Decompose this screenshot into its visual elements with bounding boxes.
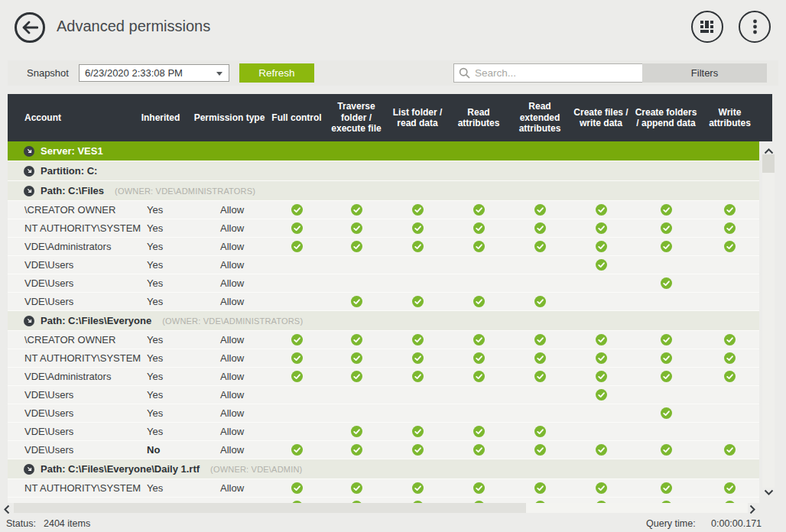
table-row[interactable]: NT AUTHORITY\SYSTEMYesAllow [8,349,759,368]
check-circle-icon [534,371,546,382]
check-circle-icon [351,296,362,307]
cell-list-folder-read-data [387,371,448,382]
arrow-down-right-icon[interactable] [24,166,34,177]
group-row-path[interactable]: Path: C:\Files(OWNER: VDE\ADMINISTRATORS… [8,181,759,201]
cell-inherited: Yes [130,426,191,437]
check-circle-icon [724,334,736,345]
vertical-scrollbar[interactable] [759,142,779,503]
cell-create-files-write-data [570,334,632,345]
cell-permission-type: Allow [191,389,268,401]
group-row-partition[interactable]: Partition: C: [8,161,759,181]
check-circle-icon [351,426,362,437]
column-header-write-attributes[interactable]: Write attributes [700,94,759,141]
grid-report-icon [700,21,714,34]
cell-permission-type: Allow [191,296,268,307]
table-row[interactable]: VDE\AdministratorsYesAllow [8,368,759,386]
check-circle-icon [473,352,485,364]
cell-permission-type: Allow [191,222,268,234]
cell-read-attributes [448,241,509,252]
cell-write-attributes [700,241,759,252]
cell-create-folders-append-data [632,407,700,419]
check-circle-icon [534,352,546,364]
group-row-path[interactable]: Path: C:\Files\Everyone(OWNER: VDE\ADMIN… [8,311,759,331]
cell-read-attributes [448,482,509,494]
cell-account: VDE\Administrators [8,241,130,252]
snapshot-label: Snapshot [27,67,69,79]
table-row[interactable]: VDE\UsersYesAllow [8,404,759,423]
column-header-read-extended-attributes[interactable]: Read extended attributes [509,94,570,141]
cell-create-folders-append-data [632,371,700,382]
check-circle-icon [596,352,607,364]
cell-read-attributes [448,352,509,364]
table-row[interactable]: \CREATOR OWNERYesAllow [8,201,759,219]
cell-create-files-write-data [570,444,632,456]
cell-full-control [268,444,326,456]
check-circle-icon [412,352,424,364]
table-row[interactable]: NT AUTHORITY\SYSTEMYesAllow [8,219,759,238]
check-circle-icon [351,241,362,252]
kebab-menu-icon [752,19,758,34]
column-header-create-folders-append-data[interactable]: Create folders / append data [632,94,700,141]
check-circle-icon [291,444,303,456]
table-row[interactable]: VDE\UsersNoAllow [8,441,759,459]
arrow-down-right-icon[interactable] [24,316,34,326]
cell-full-control [268,482,326,494]
column-header-read-attributes[interactable]: Read attributes [448,94,509,141]
check-circle-icon [351,204,362,216]
group-row-server[interactable]: Server: VES1 [8,141,759,161]
check-circle-icon [412,222,424,234]
check-circle-icon [291,482,303,494]
horizontal-scroll-thumb[interactable] [14,503,526,513]
table-row[interactable]: VDE\UsersYesAllow [8,293,759,311]
vertical-scroll-thumb[interactable] [762,154,775,173]
cell-list-folder-read-data [387,482,448,494]
check-circle-icon [412,444,424,456]
filters-button[interactable]: Filters [642,63,767,83]
vertical-scroll-track[interactable] [762,154,775,488]
arrow-down-right-icon[interactable] [24,464,34,475]
column-header-inherited[interactable]: Inherited [130,94,191,141]
check-circle-icon [412,296,424,307]
column-header-create-files-write-data[interactable]: Create files / write data [570,94,632,141]
table-row[interactable]: VDE\UsersYesAllow [8,256,759,274]
column-header-account[interactable]: Account [8,94,130,141]
cell-write-attributes [700,371,759,382]
cell-create-files-write-data [570,222,632,234]
scroll-down-icon[interactable] [764,485,774,498]
arrow-down-right-icon[interactable] [24,186,34,196]
reports-button[interactable] [691,11,723,43]
cell-permission-type: Allow [191,371,268,382]
cell-inherited: Yes [130,334,191,345]
search-input[interactable] [475,65,644,81]
table-row[interactable]: \CREATOR OWNERYesAllow [8,331,759,349]
refresh-button[interactable]: Refresh [239,63,314,83]
check-circle-icon [291,204,303,216]
check-circle-icon [412,241,424,252]
table-row[interactable]: VDE\adminYesAllow [8,498,759,503]
table-row[interactable]: VDE\AdministratorsYesAllow [8,238,759,256]
check-circle-icon [351,334,362,345]
cell-read-extended-attributes [509,426,570,437]
check-circle-icon [596,371,607,382]
table-row[interactable]: VDE\UsersYesAllow [8,386,759,404]
group-label: Path: C:\Files\Everyone [41,315,151,326]
table-row[interactable]: VDE\UsersYesAllow [8,274,759,293]
back-button[interactable] [15,12,45,43]
table-row[interactable]: VDE\UsersYesAllow [8,423,759,441]
cell-permission-type: Allow [191,352,268,364]
column-header-full-control[interactable]: Full control [268,94,326,141]
arrow-down-right-icon[interactable] [24,146,34,157]
check-circle-icon [596,334,607,345]
more-options-button[interactable] [739,11,771,43]
snapshot-dropdown[interactable]: 6/23/2020 2:33:08 PM [79,64,229,82]
group-row-path[interactable]: Path: C:\Files\Everyone\Daily 1.rtf(OWNE… [8,459,759,479]
search-box [453,63,645,83]
cell-create-folders-append-data [632,482,700,494]
cell-create-folders-append-data [632,241,700,252]
column-header-list-folder-read-data[interactable]: List folder / read data [387,94,448,141]
table-row[interactable]: NT AUTHORITY\SYSTEMYesAllow [8,479,759,498]
column-header-permission-type[interactable]: Permission type [191,94,268,141]
horizontal-scrollbar[interactable] [0,503,786,514]
cell-account: VDE\Users [8,444,130,456]
column-header-traverse-folder-execute-file[interactable]: Traverse folder / execute file [326,94,387,141]
